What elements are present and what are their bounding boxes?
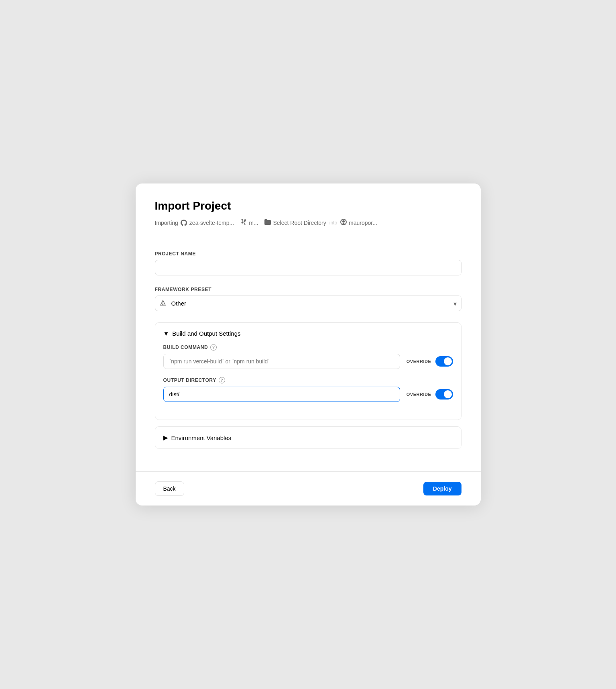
env-vars-label: Environment Variables xyxy=(171,434,232,441)
build-settings-toggle[interactable]: ▼ Build and Output Settings xyxy=(155,323,461,344)
breadcrumb: Importing zea-svelte-temp... m... xyxy=(155,219,461,226)
deploy-button[interactable]: Deploy xyxy=(423,482,461,495)
output-dir-input-wrap xyxy=(163,387,400,402)
build-toggle-slider xyxy=(435,356,453,367)
breadcrumb-root-dir: Select Root Directory xyxy=(264,219,326,226)
output-toggle-slider xyxy=(435,389,453,400)
breadcrumb-sep-3: into xyxy=(329,220,337,226)
build-settings-section: ▼ Build and Output Settings BUILD COMMAN… xyxy=(155,322,461,420)
avatar-icon xyxy=(340,219,347,226)
output-override-toggle[interactable] xyxy=(435,389,453,400)
card-footer: Back Deploy xyxy=(136,471,481,506)
build-command-input-wrap xyxy=(163,354,400,369)
output-dir-input-row: OVERRIDE xyxy=(163,387,453,402)
framework-preset-section: FRAMEWORK PRESET Other Next.js Create Re… xyxy=(155,287,461,311)
output-dir-label: OUTPUT DIRECTORY ? xyxy=(163,377,453,383)
card-header: Import Project Importing zea-svelte-temp… xyxy=(136,183,481,238)
build-override-toggle[interactable] xyxy=(435,356,453,367)
breadcrumb-root-dir-label: Select Root Directory xyxy=(273,220,326,226)
triangle-right-icon: ▶ xyxy=(163,434,168,441)
breadcrumb-branch-name: m... xyxy=(249,220,258,226)
output-override-label: OVERRIDE xyxy=(407,392,431,397)
card-body: PROJECT NAME zea-svelte-template FRAMEWO… xyxy=(136,238,481,471)
build-command-label: BUILD COMMAND ? xyxy=(163,344,453,351)
build-settings-content: BUILD COMMAND ? OVERRIDE xyxy=(155,344,461,420)
triangle-down-icon: ▼ xyxy=(163,330,169,337)
build-command-input[interactable] xyxy=(163,354,400,369)
framework-preset-select[interactable]: Other Next.js Create React App Svelte Vu… xyxy=(155,296,461,311)
output-override-group: OVERRIDE xyxy=(407,389,453,400)
output-dir-help-icon[interactable]: ? xyxy=(219,377,225,383)
back-button[interactable]: Back xyxy=(155,481,184,496)
project-name-label: PROJECT NAME xyxy=(155,251,461,257)
build-command-input-row: OVERRIDE xyxy=(163,354,453,369)
build-override-group: OVERRIDE xyxy=(407,356,453,367)
breadcrumb-importing: Importing zea-svelte-temp... xyxy=(155,219,234,226)
github-icon xyxy=(180,219,187,226)
build-settings-label: Build and Output Settings xyxy=(172,330,240,337)
build-command-help-icon[interactable]: ? xyxy=(210,344,217,351)
breadcrumb-repo-name: zea-svelte-temp... xyxy=(189,220,234,226)
env-vars-section: ▶ Environment Variables xyxy=(155,426,461,449)
breadcrumb-importing-prefix: Importing xyxy=(155,220,178,226)
project-name-input[interactable]: zea-svelte-template xyxy=(155,260,461,275)
framework-preset-label: FRAMEWORK PRESET xyxy=(155,287,461,292)
breadcrumb-branch: m... xyxy=(240,219,258,226)
framework-select-wrapper: Other Next.js Create React App Svelte Vu… xyxy=(155,296,461,311)
build-override-label: OVERRIDE xyxy=(407,359,431,364)
folder-icon xyxy=(264,219,271,226)
env-vars-toggle[interactable]: ▶ Environment Variables xyxy=(155,427,461,448)
output-dir-row: OUTPUT DIRECTORY ? OVERRIDE xyxy=(163,377,453,402)
build-command-row: BUILD COMMAND ? OVERRIDE xyxy=(163,344,453,369)
breadcrumb-account-name: mauropor... xyxy=(349,220,377,226)
branch-icon xyxy=(240,219,247,226)
project-name-section: PROJECT NAME zea-svelte-template xyxy=(155,251,461,275)
breadcrumb-account: mauropor... xyxy=(340,219,377,226)
page-title: Import Project xyxy=(155,200,461,212)
import-project-card: Import Project Importing zea-svelte-temp… xyxy=(136,183,481,506)
output-dir-input[interactable] xyxy=(163,387,400,402)
